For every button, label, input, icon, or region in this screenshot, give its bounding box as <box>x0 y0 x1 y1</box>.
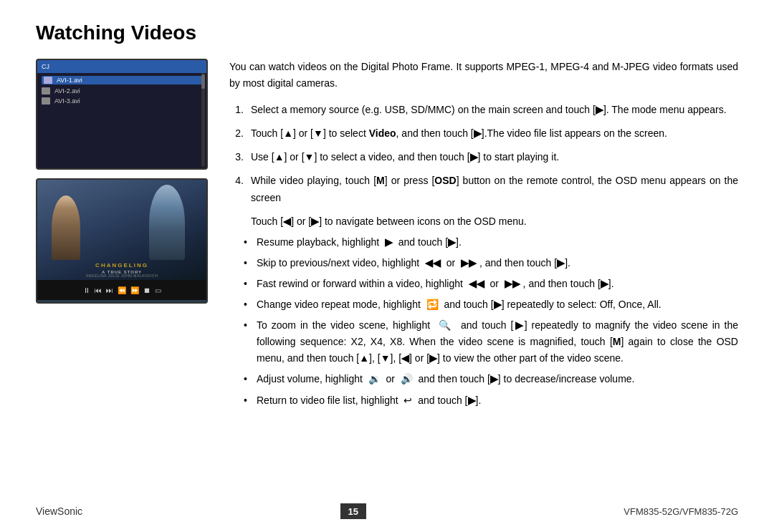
bullet-7-text: Return to video file list, highlight ↩ a… <box>257 392 481 409</box>
next-btn[interactable]: ⏭ <box>106 286 113 294</box>
file-browser-screen: CJ AVI-1.avi AVI-2.avi AVI-3.avi <box>36 59 208 170</box>
file-item-2[interactable]: AVI-2.avi <box>42 87 202 95</box>
bullet-2: • Skip to previous/next video, highlight… <box>244 255 738 271</box>
intro-paragraph: You can watch videos on the Digital Phot… <box>229 59 738 92</box>
figure-right <box>149 185 185 260</box>
bullet-3: • Fast rewind or forward within a video,… <box>244 276 738 292</box>
file-name-2: AVI-2.avi <box>54 87 80 95</box>
step-1: 1. Select a memory source (e.g. USB, SD/… <box>229 102 738 118</box>
bullet-dot-7: • <box>244 392 251 409</box>
play-pause-btn[interactable]: ⏸ <box>83 286 90 294</box>
step-4-num: 4. <box>229 173 244 205</box>
step-2: 2. Touch [▲] or [▼] to select Video, and… <box>229 125 738 142</box>
movie-scene: CHANGELING A TRUE STORY ANGELINA JOLIE J… <box>37 180 206 280</box>
screen-label: CJ <box>42 63 49 70</box>
bullet-dot-5: • <box>244 317 251 367</box>
file-name-3: AVI-3.avi <box>54 97 80 105</box>
prev-btn[interactable]: ⏮ <box>95 286 102 294</box>
bullet-dot-6: • <box>244 371 251 387</box>
footer-brand: ViewSonic <box>36 506 82 517</box>
page: Watching Videos CJ AVI-1.avi AVI-2.avi <box>0 0 774 532</box>
steps-list: 1. Select a memory source (e.g. USB, SD/… <box>229 102 738 205</box>
step-4: 4. While video playing, touch [M] or pre… <box>229 173 738 205</box>
right-column: You can watch videos on the Digital Phot… <box>229 59 738 413</box>
bullet-5-text: To zoom in the video scene, highlight 🔍 … <box>257 317 738 367</box>
screen-top-bar: CJ <box>37 60 206 73</box>
step-3: 3. Use [▲] or [▼] to select a video, and… <box>229 149 738 165</box>
figure-left <box>52 195 80 260</box>
rewind-btn[interactable]: ⏪ <box>118 286 126 294</box>
bullet-dot-1: • <box>244 234 251 251</box>
left-column: CJ AVI-1.avi AVI-2.avi AVI-3.avi <box>36 59 208 413</box>
footer-page-number: 15 <box>340 503 366 519</box>
bullet-4: • Change video repeat mode, highlight 🔁 … <box>244 296 738 313</box>
movie-title-text: CHANGELING <box>95 262 148 269</box>
content-layout: CJ AVI-1.avi AVI-2.avi AVI-3.avi <box>36 59 738 413</box>
bullet-list: • Resume playback, highlight ▶ and touch… <box>244 234 738 409</box>
bullet-7: • Return to video file list, highlight ↩… <box>244 392 738 409</box>
scroll-thumb <box>201 74 205 89</box>
forward-btn[interactable]: ⏩ <box>130 286 139 294</box>
file-item-1[interactable]: AVI-1.avi <box>42 76 202 84</box>
page-title: Watching Videos <box>36 21 738 44</box>
scroll-bar <box>201 73 205 167</box>
bullet-4-text: Change video repeat mode, highlight 🔁 an… <box>257 296 661 313</box>
stop-btn[interactable]: ⏹ <box>143 286 150 294</box>
bullet-2-text: Skip to previous/next video, highlight ◀… <box>257 255 570 271</box>
bullet-1-text: Resume playback, highlight ▶ and touch [… <box>257 234 462 251</box>
footer-model: VFM835-52G/VFM835-72G <box>624 506 738 517</box>
file-list: AVI-1.avi AVI-2.avi AVI-3.avi <box>37 73 206 110</box>
osd-btn[interactable]: ▭ <box>155 286 161 294</box>
bullet-1: • Resume playback, highlight ▶ and touch… <box>244 234 738 251</box>
bullet-5: • To zoom in the video scene, highlight … <box>244 317 738 367</box>
footer: ViewSonic 15 VFM835-52G/VFM835-72G <box>36 503 738 519</box>
file-icon-1 <box>44 77 52 84</box>
movie-controls: ⏸ ⏮ ⏭ ⏪ ⏩ ⏹ ▭ <box>37 280 206 300</box>
step-1-text: Select a memory source (e.g. USB, SD/MMC… <box>251 102 727 118</box>
bullet-dot-4: • <box>244 296 251 313</box>
bullet-6: • Adjust volume, highlight 🔉 or 🔊 and th… <box>244 371 738 387</box>
osd-navigation-text: Touch [◀] or [▶] to navigate between ico… <box>251 213 738 230</box>
bullet-dot-3: • <box>244 276 251 292</box>
bullet-6-text: Adjust volume, highlight 🔉 or 🔊 and then… <box>257 371 635 387</box>
movie-screen: CHANGELING A TRUE STORY ANGELINA JOLIE J… <box>36 178 208 304</box>
bullet-3-text: Fast rewind or forward within a video, h… <box>257 276 614 292</box>
file-name-1: AVI-1.avi <box>57 77 82 84</box>
step-2-num: 2. <box>229 125 244 142</box>
step-2-text: Touch [▲] or [▼] to select Video, and th… <box>251 125 667 142</box>
step-1-num: 1. <box>229 102 244 118</box>
movie-title-overlay: CHANGELING A TRUE STORY <box>95 262 148 274</box>
step-3-num: 3. <box>229 149 244 165</box>
bullet-dot-2: • <box>244 255 251 271</box>
step-3-text: Use [▲] or [▼] to select a video, and th… <box>251 149 559 165</box>
file-item-3[interactable]: AVI-3.avi <box>42 97 202 105</box>
step-4-text: While video playing, touch [M] or press … <box>251 173 738 205</box>
file-icon-3 <box>42 97 50 105</box>
movie-actors: ANGELINA JOLIE JOHN MALKOVICH <box>37 274 206 278</box>
file-icon-2 <box>42 87 50 95</box>
